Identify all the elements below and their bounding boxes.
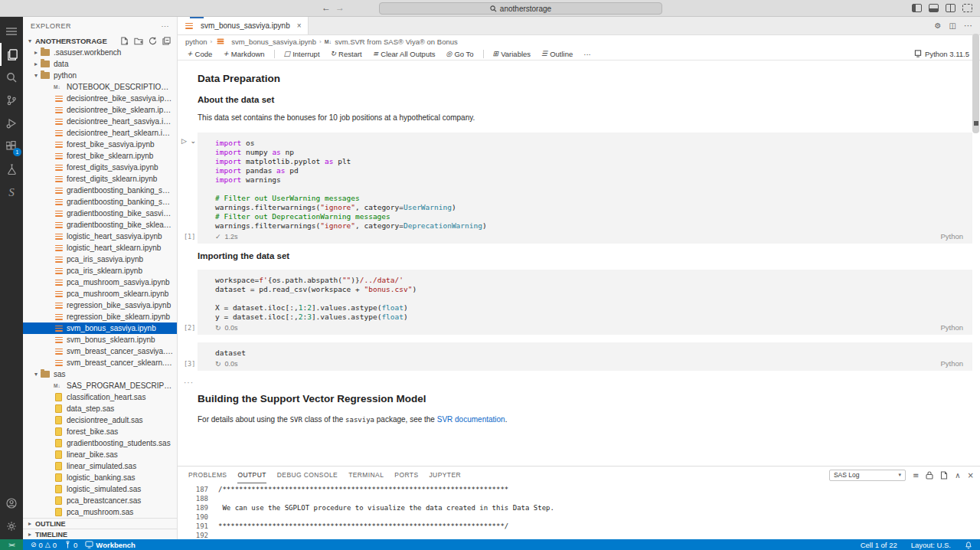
problems-status[interactable]: ⊘0 △0	[31, 541, 57, 549]
tab-terminal[interactable]: TERMINAL	[348, 467, 384, 483]
lock-scroll-icon[interactable]	[926, 471, 933, 480]
notebook-editor[interactable]: Data PreparationAbout the data setThis d…	[178, 61, 980, 466]
tree-item-decisiontree-bike-sasviya-ipynb[interactable]: decisiontree_bike_sasviya.ipynb	[23, 93, 177, 104]
code-cell-editor[interactable]: workspace=f'{os.path.abspath("")}/../dat…	[198, 270, 972, 335]
breadcrumb-heading[interactable]: svm.SVR from SAS® Viya® on Bonus	[335, 38, 458, 46]
editor-gear-icon[interactable]: ⚙	[935, 21, 942, 30]
tree-item-logistic-heart-sklearn-ipynb[interactable]: logistic_heart_sklearn.ipynb	[23, 242, 177, 254]
new-file-icon[interactable]	[120, 37, 129, 45]
variables-button[interactable]: ⊞Variables	[488, 50, 535, 58]
keyboard-layout[interactable]: Layout: U.S.	[911, 541, 951, 549]
tree-item-pca-mushroom-sasviya-ipynb[interactable]: pca_mushroom_sasviya.ipynb	[23, 277, 177, 288]
tree-item-pca-breastcancer-sas[interactable]: pca_breastcancer.sas	[23, 495, 177, 506]
refresh-icon[interactable]	[149, 37, 157, 45]
add-code-cell-button[interactable]: +Code	[182, 50, 217, 58]
tree-item-regression-bike-sklearn-ipynb[interactable]: regression_bike_sklearn.ipynb	[23, 311, 177, 322]
breadcrumb-folder[interactable]: python	[185, 38, 207, 46]
tree-item-pca-iris-sklearn-ipynb[interactable]: pca_iris_sklearn.ipynb	[23, 265, 177, 277]
tree-item-logistic-heart-sasviya-ipynb[interactable]: logistic_heart_sasviya.ipynb	[23, 231, 177, 242]
tree-item-sas[interactable]: ▾sas	[23, 368, 177, 380]
clear-all-outputs-button[interactable]: ≡Clear All Outputs	[368, 50, 440, 58]
outline-section[interactable]: ▸OUTLINE	[23, 518, 177, 529]
tree-item-forest-digits-sasviya-ipynb[interactable]: forest_digits_sasviya.ipynb	[23, 162, 177, 173]
svr-documentation-link[interactable]: SVR documentation	[437, 415, 505, 424]
tab-ports[interactable]: PORTS	[394, 467, 418, 483]
editor-scrollbar[interactable]	[972, 34, 979, 133]
goto-button[interactable]: ◎Go To	[442, 50, 479, 58]
tree-item-svm-breast-cancer-sasviya-ipynb[interactable]: svm_breast_cancer_sasviya.ipynb	[23, 345, 177, 357]
customize-layout-icon[interactable]	[962, 4, 972, 12]
timeline-section[interactable]: ▸TIMELINE	[23, 529, 177, 539]
output-channel-select[interactable]: SAS Log▾	[829, 470, 906, 481]
explorer-more-icon[interactable]: ···	[162, 22, 170, 30]
split-editor-icon[interactable]: ◫	[949, 21, 956, 30]
tree-item-svm-bonus-sklearn-ipynb[interactable]: svm_bonus_sklearn.ipynb	[23, 334, 177, 345]
ports-status[interactable]: 0	[64, 541, 77, 549]
code-cell[interactable]: workspace=f'{os.path.abspath("")}/../dat…	[198, 270, 972, 335]
restart-button[interactable]: ↻Restart	[326, 50, 367, 58]
remote-indicator[interactable]: ><	[0, 539, 23, 550]
tree-item-gradientboosting-bike-sasviya-ipynb[interactable]: gradientboosting_bike_sasviya.ipynb	[23, 208, 177, 219]
tree-item-gradientboosting-banking-sasviya-i[interactable]: gradientboosting_banking_sasviya.i	[23, 185, 177, 196]
kernel-picker[interactable]: Python 3.11.5	[914, 50, 980, 58]
tree-item-linear-bike-sas[interactable]: linear_bike.sas	[23, 449, 177, 460]
code-cell-editor[interactable]: dataset[3]↻0.0sPython	[198, 342, 972, 371]
cell-indicator[interactable]: Cell 1 of 22	[861, 541, 897, 549]
maximize-panel-icon[interactable]: ∧	[955, 471, 960, 480]
tree-item-forest-bike-sas[interactable]: forest_bike.sas	[23, 426, 177, 437]
tree-item-gradientboosting-banking-sklearn-ip[interactable]: gradientboosting_banking_sklearn.ip	[23, 196, 177, 208]
run-debug-icon[interactable]	[0, 112, 23, 135]
tree-item-pca-mushroom-sklearn-ipynb[interactable]: pca_mushroom_sklearn.ipynb	[23, 288, 177, 300]
menu-icon[interactable]	[0, 20, 23, 43]
open-output-in-editor-icon[interactable]	[940, 471, 948, 480]
tree-item-pca-mushroom-sas[interactable]: pca_mushroom.sas	[23, 506, 177, 518]
extensions-icon[interactable]: 1	[0, 135, 23, 158]
collapse-all-icon[interactable]	[162, 37, 171, 45]
toggle-secondary-sidebar-icon[interactable]	[946, 4, 956, 12]
tab-debug-console[interactable]: DEBUG CONSOLE	[277, 467, 338, 483]
code-cell[interactable]: dataset[3]↻0.0sPython	[198, 342, 972, 371]
collapsed-output-indicator[interactable]: ···	[184, 378, 980, 387]
workspace-section-header[interactable]: ▾ ANOTHERSTORAGE	[23, 35, 177, 47]
explorer-icon[interactable]	[0, 43, 23, 66]
tree-item-svm-bonus-sasviya-ipynb[interactable]: svm_bonus_sasviya.ipynb	[23, 322, 177, 334]
tree-item-gradientboosting-bike-sklearn-ipynb[interactable]: gradientboosting_bike_sklearn.ipynb	[23, 219, 177, 231]
close-panel-icon[interactable]: ×	[968, 471, 974, 480]
settings-gear-icon[interactable]	[0, 515, 23, 538]
workbench-status[interactable]: Workbench	[85, 541, 136, 549]
add-markdown-cell-button[interactable]: +Markdown	[218, 50, 269, 58]
code-cell[interactable]: ▷ ⌄import osimport numpy as npimport mat…	[198, 133, 972, 244]
tree-item-data-step-sas[interactable]: data_step.sas	[23, 403, 177, 414]
nav-back-icon[interactable]: ←	[322, 2, 335, 13]
tree-item-forest-digits-sklearn-ipynb[interactable]: forest_digits_sklearn.ipynb	[23, 173, 177, 185]
tree-item-forest-bike-sasviya-ipynb[interactable]: forest_bike_sasviya.ipynb	[23, 139, 177, 150]
command-center-search[interactable]: anotherstorage	[379, 2, 662, 15]
tree-item-python[interactable]: ▾python	[23, 70, 177, 81]
tab-jupyter[interactable]: JUPYTER	[429, 467, 461, 483]
tree-item-svm-breast-cancer-sklearn-ipynb[interactable]: svm_breast_cancer_sklearn.ipynb	[23, 357, 177, 368]
tree-item-forest-bike-sklearn-ipynb[interactable]: forest_bike_sklearn.ipynb	[23, 150, 177, 162]
tree-item-logistic-simulated-sas[interactable]: logistic_simulated.sas	[23, 483, 177, 495]
tree-item-decisiontree-heart-sasviya-ipynb[interactable]: decisiontree_heart_sasviya.ipynb	[23, 116, 177, 127]
tree-item-linear-simulated-sas[interactable]: linear_simulated.sas	[23, 460, 177, 472]
sas-extension-icon[interactable]: S	[0, 181, 23, 204]
tab-close-icon[interactable]: ×	[297, 21, 302, 30]
tab-svm-bonus-sasviya[interactable]: svm_bonus_sasviya.ipynb ×	[178, 17, 309, 34]
tree-item-gradientboosting-students-sas[interactable]: gradientboosting_students.sas	[23, 437, 177, 449]
output-log[interactable]: 187/************************************…	[178, 483, 980, 539]
tree-item-classification-heart-sas[interactable]: classification_heart.sas	[23, 391, 177, 403]
new-folder-icon[interactable]	[134, 37, 143, 45]
testing-icon[interactable]	[0, 158, 23, 181]
notifications-bell-icon[interactable]	[965, 541, 972, 549]
interrupt-button[interactable]: □Interrupt	[279, 50, 325, 58]
toggle-panel-icon[interactable]	[929, 4, 939, 12]
run-cell-button[interactable]: ▷ ⌄	[181, 137, 197, 145]
outline-button[interactable]: ☰Outline	[537, 50, 577, 58]
search-view-icon[interactable]	[0, 66, 23, 89]
toggle-sidebar-icon[interactable]	[912, 4, 922, 12]
code-cell-editor[interactable]: import osimport numpy as npimport matplo…	[198, 133, 972, 244]
editor-more-actions-icon[interactable]: ⋯	[964, 21, 972, 31]
toolbar-more-icon[interactable]: ···	[579, 50, 596, 58]
clear-output-icon[interactable]: ≡	[913, 471, 919, 480]
tree-item-regression-bike-sasviya-ipynb[interactable]: regression_bike_sasviya.ipynb	[23, 300, 177, 311]
